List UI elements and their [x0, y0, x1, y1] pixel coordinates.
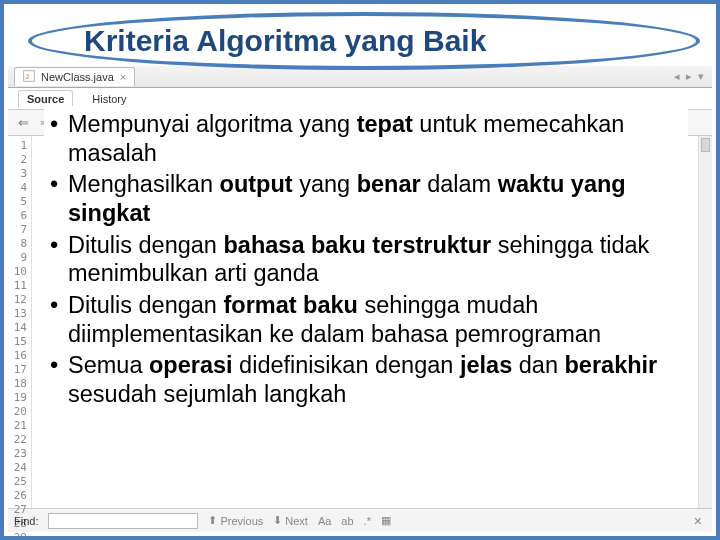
line-number: 6 [8, 209, 27, 223]
list-item: Ditulis dengan bahasa baku terstruktur s… [48, 231, 686, 288]
list-item: Ditulis dengan format baku sehingga muda… [48, 291, 686, 348]
file-tab-newclass[interactable]: J NewClass.java × [14, 67, 135, 86]
file-tab-label: NewClass.java [41, 71, 114, 83]
tabbar-controls: ◂ ▸ ▾ [674, 70, 712, 83]
close-findbar-icon[interactable]: × [694, 513, 706, 529]
whole-word-icon[interactable]: ab [341, 515, 353, 527]
find-previous-button[interactable]: ⬆ Previous [208, 514, 263, 527]
close-tab-icon[interactable]: × [120, 71, 126, 83]
line-number: 7 [8, 223, 27, 237]
java-file-icon: J [23, 70, 35, 84]
line-number: 5 [8, 195, 27, 209]
title-banner: Kriteria Algoritma yang Baik [28, 12, 700, 70]
line-number: 1 [8, 139, 27, 153]
svg-text:J: J [25, 72, 29, 81]
line-number: 12 [8, 293, 27, 307]
regex-icon[interactable]: .* [364, 515, 371, 527]
line-number: 8 [8, 237, 27, 251]
line-gutter: 1234567891011121314151617181920212223242… [8, 136, 32, 508]
tab-menu-icon[interactable]: ▾ [698, 70, 704, 83]
find-label: Find: [14, 515, 38, 527]
line-number: 18 [8, 377, 27, 391]
line-number: 24 [8, 461, 27, 475]
prev-tab-icon[interactable]: ◂ [674, 70, 680, 83]
line-number: 20 [8, 405, 27, 419]
line-number: 15 [8, 335, 27, 349]
line-number: 4 [8, 181, 27, 195]
slide-content: Mempunyai algoritma yang tepat untuk mem… [44, 106, 688, 416]
list-item: Semua operasi didefinisikan dengan jelas… [48, 351, 686, 408]
subtab-history[interactable]: History [83, 90, 135, 108]
find-next-button[interactable]: ⬇ Next [273, 514, 308, 527]
subtab-source[interactable]: Source [18, 90, 73, 108]
highlight-icon[interactable]: ▦ [381, 514, 391, 527]
line-number: 9 [8, 251, 27, 265]
line-number: 21 [8, 419, 27, 433]
list-item: Menghasilkan output yang benar dalam wak… [48, 170, 686, 227]
line-number: 19 [8, 391, 27, 405]
line-number: 3 [8, 167, 27, 181]
find-bar: Find: ⬆ Previous ⬇ Next Aa ab .* ▦ × [8, 508, 712, 532]
bullet-list: Mempunyai algoritma yang tepat untuk mem… [48, 110, 686, 409]
line-number: 29 [8, 531, 27, 540]
line-number: 26 [8, 489, 27, 503]
line-number: 16 [8, 349, 27, 363]
vertical-scrollbar[interactable] [698, 136, 712, 508]
line-number: 11 [8, 279, 27, 293]
line-number: 17 [8, 363, 27, 377]
line-number: 13 [8, 307, 27, 321]
line-number: 2 [8, 153, 27, 167]
find-input[interactable] [48, 513, 198, 529]
line-number: 10 [8, 265, 27, 279]
line-number: 25 [8, 475, 27, 489]
line-number: 23 [8, 447, 27, 461]
line-number: 14 [8, 321, 27, 335]
line-number: 22 [8, 433, 27, 447]
nav-back-icon[interactable]: ⇐ [14, 114, 32, 132]
next-tab-icon[interactable]: ▸ [686, 70, 692, 83]
list-item: Mempunyai algoritma yang tepat untuk mem… [48, 110, 686, 167]
match-case-icon[interactable]: Aa [318, 515, 331, 527]
page-title: Kriteria Algoritma yang Baik [84, 24, 486, 58]
